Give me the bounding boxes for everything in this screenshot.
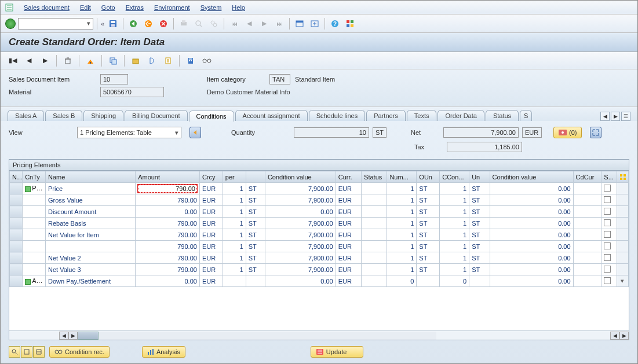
back-icon[interactable] [127, 17, 140, 30]
exit-icon[interactable] [142, 17, 155, 30]
cell-ccon[interactable]: 1 [440, 183, 469, 194]
cell-amount[interactable]: 790.00 [136, 264, 200, 275]
overview-icon[interactable] [84, 54, 97, 67]
vscroll-cell[interactable] [617, 264, 628, 275]
col-name[interactable]: Name [46, 171, 136, 183]
menu-extras[interactable]: Extras [126, 4, 144, 11]
detail-icon-3[interactable] [33, 346, 45, 358]
new-session-icon[interactable] [293, 17, 306, 30]
vscroll-cell[interactable] [617, 241, 628, 252]
cell-num[interactable]: 1 [387, 241, 417, 252]
item-category-value[interactable]: TAN [269, 74, 290, 84]
cell-cnty[interactable] [23, 229, 46, 241]
table-row[interactable]: Discount Amount0.00EUR1ST0.00EUR1ST1ST0.… [10, 206, 629, 218]
config-icon[interactable] [129, 54, 142, 67]
cell-amount[interactable]: 0.00 [136, 275, 200, 287]
menu-edit[interactable]: Edit [80, 4, 91, 11]
table-row[interactable]: 790.00EUR1ST7,900.00EUR1ST1ST0.00 [10, 241, 629, 252]
col-condvalue[interactable]: Condition value [265, 171, 336, 183]
row-selector[interactable] [10, 229, 23, 241]
first-item-icon[interactable]: ▮◀ [6, 54, 19, 67]
cell-ccon[interactable]: 0 [440, 275, 469, 287]
sales-doc-item-value[interactable]: 10 [100, 74, 128, 84]
analysis-button[interactable]: Analysis [142, 346, 185, 358]
doc-icon[interactable] [162, 54, 174, 67]
update-button[interactable]: Update [311, 346, 363, 358]
col-num[interactable]: Num... [387, 171, 417, 183]
tab-sales-a[interactable]: Sales A [8, 110, 44, 121]
cell-per[interactable]: 1 [223, 194, 246, 206]
quantity-value[interactable]: 10 [294, 127, 369, 138]
view-select[interactable]: 1 Pricing Elements: Table▾ [77, 127, 181, 138]
tab-list-icon[interactable]: ☰ [621, 112, 630, 121]
table-row[interactable]: Net Value for Item790.00EUR1ST7,900.00EU… [10, 229, 629, 241]
cell-ccon[interactable]: 1 [440, 218, 469, 229]
condition-rec-button[interactable]: Condition rec. [49, 346, 110, 358]
hscroll-left2-icon[interactable]: ◀ [610, 332, 619, 340]
cell-ccon[interactable]: 1 [440, 264, 469, 275]
next-page-icon[interactable]: ▶ [258, 17, 271, 30]
last-page-icon[interactable]: ⏭ [273, 17, 286, 30]
create-shortcut-icon[interactable] [308, 17, 321, 30]
col-status[interactable]: Status [362, 171, 387, 183]
cell-num[interactable]: 1 [387, 264, 417, 275]
cell-num[interactable]: 1 [387, 252, 417, 264]
table-row[interactable]: Net Value 3790.00EUR1ST7,900.00EUR1ST1ST… [10, 264, 629, 275]
cell-per[interactable]: 1 [223, 206, 246, 218]
cell-name[interactable] [46, 241, 136, 252]
cell-s[interactable] [601, 218, 617, 229]
cell-ccon[interactable]: 1 [440, 206, 469, 218]
next-item-icon[interactable]: ▶ [39, 54, 52, 67]
cell-amount[interactable]: 0.00 [136, 206, 200, 218]
col-cnty[interactable]: CnTy [23, 171, 46, 183]
tab-scroll-right-icon[interactable]: ▶ [611, 112, 620, 121]
table-row[interactable]: Rebate Basis790.00EUR1ST7,900.00EUR1ST1S… [10, 218, 629, 229]
copy-icon[interactable] [107, 54, 119, 67]
cell-cnty[interactable]: AZWR [23, 275, 46, 287]
tab-status[interactable]: Status [486, 110, 519, 121]
cell-name[interactable]: Price [46, 183, 136, 194]
row-selector[interactable] [10, 183, 23, 194]
tab-partners[interactable]: Partners [366, 110, 406, 121]
app-menu-icon[interactable] [5, 3, 13, 12]
cash-button[interactable]: (0) [553, 127, 582, 138]
col-cdcur[interactable]: CdCur [573, 171, 601, 183]
prev-page-icon[interactable]: ◀ [243, 17, 256, 30]
cell-name[interactable]: Discount Amount [46, 206, 136, 218]
row-selector[interactable] [10, 218, 23, 229]
cell-num[interactable]: 1 [387, 183, 417, 194]
material-value[interactable]: 50065670 [100, 87, 164, 97]
vscroll-cell[interactable]: ▾ [617, 275, 628, 287]
cell-cnty[interactable] [23, 241, 46, 252]
menu-system[interactable]: System [200, 4, 222, 11]
row-selector[interactable] [10, 252, 23, 264]
expand-icon[interactable] [590, 127, 601, 138]
cell-name[interactable]: Down Pay./Settlement [46, 275, 136, 287]
print-icon[interactable] [177, 17, 190, 30]
table-row[interactable]: AZWRDown Pay./Settlement0.00EUR0.00EUR00… [10, 275, 629, 287]
calculator-icon[interactable] [184, 54, 197, 67]
cell-s[interactable] [601, 183, 617, 194]
tab-scroll-left-icon[interactable]: ◀ [600, 112, 610, 121]
cell-cnty[interactable] [23, 194, 46, 206]
row-selector[interactable] [10, 194, 23, 206]
tab-sales-b[interactable]: Sales B [45, 110, 82, 121]
col-condvalue2[interactable]: Condition value [490, 171, 573, 183]
cell-ccon[interactable]: 1 [440, 194, 469, 206]
cell-per[interactable]: 1 [223, 229, 246, 241]
cell-cnty[interactable] [23, 264, 46, 275]
detail-icon-1[interactable] [9, 346, 20, 358]
row-selector[interactable] [10, 264, 23, 275]
table-row[interactable]: PR00Price790.00EUR1ST7,900.00EUR1ST1ST0.… [10, 183, 629, 194]
customize-layout-icon[interactable] [344, 17, 356, 30]
col-un[interactable]: Un [469, 171, 490, 183]
hscroll-thumb[interactable] [78, 332, 99, 340]
detail-icon-2[interactable] [21, 346, 32, 358]
cell-amount[interactable]: 790.00 [136, 194, 200, 206]
tab-order-data[interactable]: Order Data [438, 110, 484, 121]
col-curr[interactable]: Curr. [336, 171, 361, 183]
command-field[interactable]: ▾ [18, 18, 93, 30]
tab-billing[interactable]: Billing Document [125, 110, 188, 121]
cell-ccon[interactable]: 1 [440, 229, 469, 241]
find-icon[interactable] [192, 17, 205, 30]
